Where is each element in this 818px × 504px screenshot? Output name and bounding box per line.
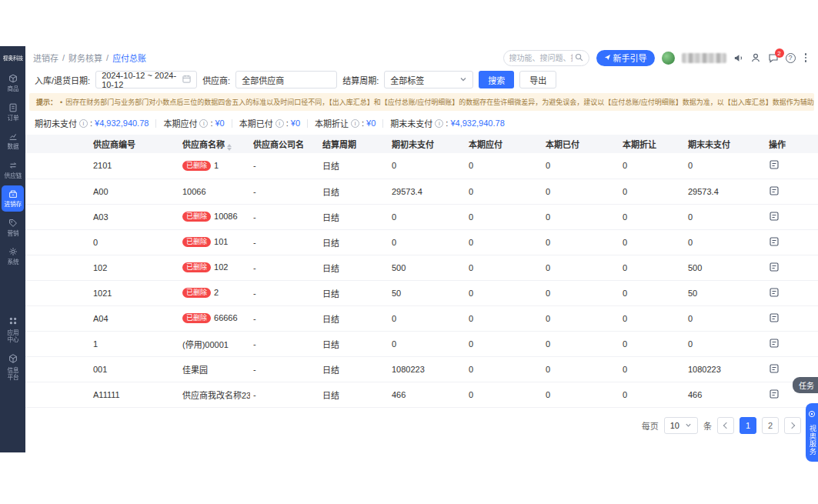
table-row: 001 佳果园 - 日结 1080223 0 0 0 1080223: [25, 356, 818, 382]
global-search[interactable]: [503, 50, 589, 66]
order-document-icon: [8, 102, 18, 113]
current-paid-cell: 0: [543, 305, 619, 331]
supplier-name: 101: [214, 237, 228, 246]
detail-icon[interactable]: [769, 236, 780, 247]
info-icon[interactable]: i: [351, 119, 359, 128]
cycle-filter-label: 结算周期:: [342, 74, 379, 86]
export-button[interactable]: 导出: [519, 71, 556, 88]
supplier-code-cell: 2101: [25, 153, 179, 179]
info-icon[interactable]: i: [435, 119, 443, 128]
newbie-guide-button[interactable]: 新手引导: [596, 50, 655, 66]
prev-page-button[interactable]: [717, 417, 734, 434]
detail-icon[interactable]: [769, 338, 780, 349]
page-button-1[interactable]: 1: [740, 417, 756, 434]
cycle-filter-select[interactable]: 全部标签: [384, 71, 473, 88]
table-row: 2101 已删除1 - 日结 0 0 0 0 0: [25, 153, 818, 179]
detail-icon[interactable]: [769, 389, 780, 399]
summary-label: 本期折让: [315, 117, 349, 129]
begin-unpaid-cell: 0: [389, 204, 466, 229]
per-page-select[interactable]: 10: [664, 417, 698, 434]
search-button[interactable]: 搜索: [479, 71, 514, 88]
message-chat-icon[interactable]: 2: [768, 52, 779, 63]
headset-icon: [808, 407, 816, 421]
detail-icon[interactable]: [769, 262, 780, 272]
info-icon[interactable]: i: [199, 119, 208, 128]
more-menu-icon[interactable]: [803, 52, 810, 63]
begin-unpaid-cell: 0: [389, 229, 466, 255]
detail-icon[interactable]: [769, 185, 780, 196]
summary-value: ¥0: [366, 118, 376, 128]
service-ribbon[interactable]: 视奥服务: [806, 403, 818, 462]
page-button-2[interactable]: 2: [762, 417, 779, 434]
sidebar-item-orders[interactable]: 订单: [2, 99, 24, 125]
detail-icon[interactable]: [769, 211, 780, 222]
next-page-button[interactable]: [784, 417, 801, 434]
cycle-cell: 日结: [319, 331, 389, 356]
username-blurred[interactable]: [682, 53, 726, 63]
sidebar-item-marketing[interactable]: 营销: [2, 215, 24, 241]
operation-cell: [766, 153, 818, 179]
sidebar-item-label: 订单: [7, 115, 18, 122]
begin-unpaid-cell: 1080223: [389, 356, 466, 382]
summary-label: 期初未支付: [35, 117, 77, 129]
summary-current-payable: 本期应付 i : ¥0: [163, 117, 224, 129]
supplier-name-cell: 已删除2: [179, 280, 250, 305]
product-box-icon: [8, 73, 18, 84]
hint-label: 提示：: [36, 97, 57, 107]
supplier-filter-label: 供应商:: [202, 74, 230, 86]
current-paid-cell: 0: [543, 382, 619, 407]
help-icon[interactable]: ?: [786, 53, 796, 63]
table-header-row: 供应商编号 供应商名称 供应商公司名 结算周期 期初未支付 本期应付 本期已付 …: [25, 135, 818, 153]
supplier-name-cell: 佳果园: [179, 356, 250, 382]
info-icon[interactable]: i: [275, 119, 284, 128]
breadcrumb-inventory[interactable]: 进销存: [33, 52, 58, 64]
guide-button-label: 新手引导: [613, 52, 647, 64]
divider: [232, 119, 232, 128]
supplier-code-cell: A00: [25, 179, 179, 204]
supplier-code-cell: 1: [25, 331, 179, 356]
sidebar-item-inventory[interactable]: 进销存: [2, 185, 24, 212]
supplier-code-cell: A11111: [25, 382, 179, 407]
detail-icon[interactable]: [769, 159, 780, 170]
search-icon[interactable]: [575, 51, 583, 65]
supplier-name-cell: (停用)00001: [179, 331, 250, 356]
current-payable-cell: 0: [466, 229, 543, 255]
detail-icon[interactable]: [769, 287, 780, 298]
sidebar-item-products[interactable]: 商品: [2, 70, 24, 96]
breadcrumb-separator: /: [106, 53, 109, 62]
announcement-speaker-icon[interactable]: [733, 53, 743, 63]
sidebar-item-label: 信息平台: [5, 366, 21, 379]
colon: :: [362, 118, 364, 128]
colon: :: [210, 118, 212, 128]
colon: :: [90, 118, 92, 128]
table-row: A03 已删除10086 - 日结 0 0 0 0 0: [25, 204, 818, 229]
detail-icon[interactable]: [769, 363, 780, 374]
info-icon[interactable]: i: [79, 119, 88, 128]
current-paid-cell: 0: [543, 331, 619, 356]
supply-arrows-icon: [8, 160, 18, 171]
date-range-picker[interactable]: 2024-10-12 ~ 2024-10-12: [95, 71, 197, 88]
sidebar-item-system[interactable]: 系统: [2, 243, 24, 269]
supplier-filter-input[interactable]: 全部供应商: [235, 71, 337, 88]
current-paid-cell: 0: [543, 356, 619, 382]
sidebar-item-supply-chain[interactable]: 供应链: [2, 157, 24, 183]
sort-icon[interactable]: [227, 144, 232, 151]
task-floating-tab[interactable]: 任务: [793, 377, 818, 393]
company-cell: -: [250, 305, 319, 331]
current-discount-cell: 0: [619, 331, 685, 356]
operation-cell: [766, 204, 818, 229]
avatar[interactable]: [662, 52, 675, 65]
current-payable-cell: 0: [466, 305, 543, 331]
breadcrumb-finance[interactable]: 财务核算: [68, 52, 102, 64]
end-unpaid-cell: 466: [685, 382, 766, 407]
table-row: A00 10066 - 日结 29573.4 0 0 0 29573.4: [25, 179, 818, 204]
sidebar-item-data[interactable]: 数据: [2, 128, 24, 154]
col-supplier-name[interactable]: 供应商名称: [179, 135, 250, 153]
global-search-input[interactable]: [509, 54, 573, 62]
summary-begin-unpaid: 期初未支付 i : ¥4,932,940.78: [35, 117, 149, 129]
sidebar-item-app-center[interactable]: 应用中心: [2, 312, 24, 347]
detail-icon[interactable]: [769, 312, 780, 323]
customer-service-person-icon[interactable]: [750, 52, 761, 63]
sidebar-item-info-platform[interactable]: 信息平台: [2, 350, 24, 385]
topbar: 进销存 / 财务核算 / 应付总账: [25, 46, 818, 68]
